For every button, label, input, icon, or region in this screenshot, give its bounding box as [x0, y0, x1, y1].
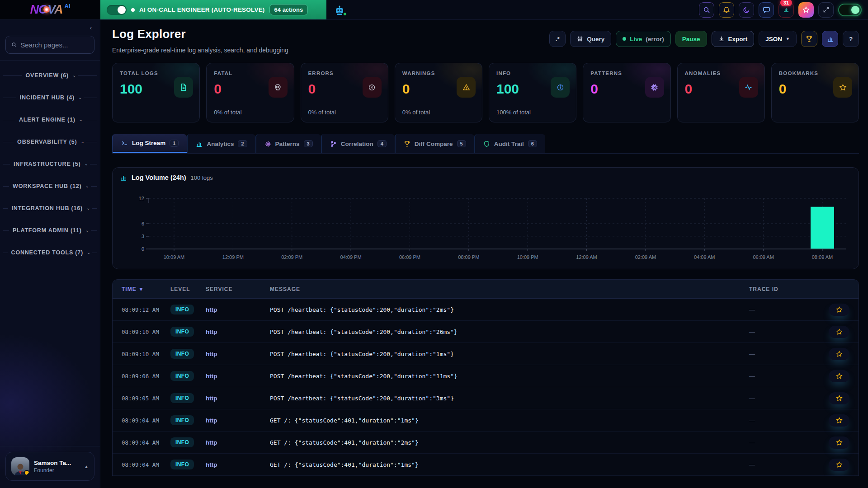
chart-log-count: 100 logs — [191, 174, 213, 181]
pause-button[interactable]: Pause — [675, 31, 707, 47]
logo: NOVA AI — [0, 0, 100, 19]
log-level-badge: INFO — [170, 305, 194, 314]
tab-log-stream[interactable]: Log Stream1 — [112, 134, 187, 153]
sidebar-search-input[interactable] — [20, 41, 89, 49]
expand-icon — [823, 6, 830, 13]
chevron-down-icon: ⌄ — [85, 183, 90, 188]
stat-card-info: INFO 100 100% of total — [489, 63, 576, 122]
assistant-robot-button[interactable] — [326, 0, 353, 19]
column-header-service[interactable]: SERVICE — [206, 286, 270, 292]
notifications-button[interactable] — [719, 2, 734, 18]
ai-oncall-banner: AI ON-CALL ENGINEER (AUTO-RESOLVE) 64 ac… — [100, 0, 326, 19]
regex-button[interactable]: .* — [549, 31, 566, 47]
log-time: 08:09:04 AM — [122, 461, 170, 468]
sidebar-item-workspace-hub[interactable]: WORKSPACE HUB (12) ⌄ — [0, 175, 100, 197]
cpu-icon — [645, 77, 664, 98]
table-row[interactable]: 08:09:04 AM INFO http GET /: {"statusCod… — [113, 409, 859, 432]
query-button[interactable]: Query — [570, 31, 611, 47]
bookmark-star-button[interactable] — [829, 370, 849, 382]
table-row[interactable]: 08:09:10 AM INFO http POST /heartbeat: {… — [113, 343, 859, 365]
git-branch-icon — [330, 141, 337, 147]
sidebar-item-connected-tools[interactable]: CONNECTED TOOLS (7) ⌄ — [0, 241, 100, 263]
log-message: POST /heartbeat: {"statusCode":200,"dura… — [270, 395, 749, 402]
log-table-body: 08:09:12 AM INFO http POST /heartbeat: {… — [113, 299, 859, 476]
sidebar-search[interactable] — [5, 36, 94, 54]
x-circle-icon — [363, 77, 382, 98]
table-row[interactable]: 08:09:06 AM INFO http POST /heartbeat: {… — [113, 365, 859, 387]
log-table: TIME ▼ LEVEL SERVICE MESSAGE TRACE ID 08… — [112, 279, 859, 476]
sidebar-item-observability[interactable]: OBSERVABILITY (5) ⌄ — [0, 131, 100, 153]
sidebar-nav: OVERVIEW (6) ⌄ INCIDENT HUB (4) ⌄ ALERT … — [0, 61, 100, 446]
export-button[interactable]: Export — [712, 31, 755, 47]
sidebar-collapse-chevron[interactable]: ‹ — [0, 20, 100, 32]
svg-text:10:09 AM: 10:09 AM — [164, 254, 184, 260]
format-select[interactable]: JSON ▼ — [759, 31, 797, 47]
expand-button[interactable] — [818, 2, 834, 18]
favorites-button[interactable] — [798, 2, 814, 18]
chevron-up-icon: ▲ — [84, 464, 89, 469]
tab-audit-trail[interactable]: Audit Trail6 — [474, 134, 545, 153]
log-trace-id: — — [749, 439, 818, 446]
star-icon — [836, 373, 843, 380]
bookmark-star-button[interactable] — [829, 304, 849, 316]
tab-badge: 3 — [304, 140, 313, 147]
chevron-down-icon: ⌄ — [78, 95, 84, 100]
trophy-button[interactable] — [801, 31, 817, 47]
chat-bubble-icon — [763, 6, 770, 14]
svg-text:12: 12 — [139, 196, 144, 201]
column-header-message[interactable]: MESSAGE — [270, 286, 749, 292]
moon-icon — [743, 6, 750, 14]
bookmark-star-button[interactable] — [829, 414, 849, 427]
stats-row: TOTAL LOGS 100 FATAL 0 0% of total — [112, 63, 859, 122]
log-message: POST /heartbeat: {"statusCode":200,"dura… — [270, 306, 749, 313]
log-level-badge: INFO — [170, 371, 194, 381]
bookmark-star-button[interactable] — [829, 392, 849, 404]
chevron-down-icon: ▼ — [786, 37, 790, 41]
sidebar-item-platform-admin[interactable]: PLATFORM ADMIN (11) ⌄ — [0, 219, 100, 241]
help-button[interactable]: ? — [843, 31, 859, 47]
bookmark-star-button[interactable] — [829, 436, 849, 449]
sidebar-item-alert-engine[interactable]: ALERT ENGINE (1) ⌄ — [0, 108, 100, 131]
table-row[interactable]: 08:09:04 AM INFO http GET /: {"statusCod… — [113, 454, 859, 476]
tab-analytics[interactable]: Analytics2 — [187, 134, 255, 153]
table-row[interactable]: 08:09:04 AM INFO http GET /: {"statusCod… — [113, 432, 859, 454]
chat-button[interactable] — [759, 2, 774, 18]
app-window: NOVA AI AI ON-CALL ENGINEER (AUTO-RESOLV… — [0, 0, 868, 488]
sidebar-item-infrastructure[interactable]: INFRASTRUCTURE (5) ⌄ — [0, 153, 100, 175]
search-button[interactable] — [699, 2, 714, 18]
column-header-level[interactable]: LEVEL — [170, 286, 206, 292]
log-level-badge: INFO — [170, 349, 194, 359]
tab-correlation[interactable]: Correlation4 — [321, 134, 395, 153]
power-toggle[interactable] — [838, 4, 862, 16]
table-row[interactable]: 08:09:12 AM INFO http POST /heartbeat: {… — [113, 299, 859, 321]
log-trace-id: — — [749, 395, 818, 402]
user-profile-card[interactable]: Samson Ta... Founder ▲ — [5, 452, 94, 481]
svg-text:6: 6 — [142, 221, 144, 226]
log-message: GET /: {"statusCode":401,"duration":"2ms… — [270, 439, 749, 446]
updates-button[interactable]: 31 — [778, 2, 794, 18]
sidebar: ‹ OVERVIEW (6) ⌄ INCIDENT HUB (4) ⌄ ALER… — [0, 20, 100, 488]
bookmark-star-button[interactable] — [829, 348, 849, 360]
stat-card-patterns: PATTERNS 0 — [583, 63, 670, 122]
live-status-button[interactable]: Live (error) — [616, 31, 671, 47]
log-service: http — [206, 373, 270, 380]
column-header-time[interactable]: TIME ▼ — [122, 286, 170, 292]
table-row[interactable]: 08:09:10 AM INFO http POST /heartbeat: {… — [113, 321, 859, 343]
tab-diff-compare[interactable]: Diff Compare5 — [395, 134, 474, 153]
column-header-trace-id[interactable]: TRACE ID — [749, 286, 818, 292]
dark-mode-button[interactable] — [739, 2, 754, 18]
bookmark-star-button[interactable] — [829, 326, 849, 338]
ai-oncall-toggle[interactable] — [107, 5, 127, 15]
log-trace-id: — — [749, 417, 818, 424]
sidebar-item-integration-hub[interactable]: INTEGRATION HUB (16) ⌄ — [0, 197, 100, 219]
stat-card-bookmarks: BOOKMARKS 0 — [771, 63, 859, 122]
chart-view-button[interactable] — [822, 31, 838, 47]
svg-text:02:09 PM: 02:09 PM — [281, 254, 302, 260]
star-icon — [836, 461, 843, 468]
bookmark-star-button[interactable] — [829, 459, 849, 471]
tab-patterns[interactable]: Patterns3 — [255, 134, 321, 153]
table-row[interactable]: 08:09:05 AM INFO http POST /heartbeat: {… — [113, 387, 859, 409]
sidebar-item-incident-hub[interactable]: INCIDENT HUB (4) ⌄ — [0, 86, 100, 108]
tab-badge: 2 — [238, 140, 247, 147]
sidebar-item-overview[interactable]: OVERVIEW (6) ⌄ — [0, 64, 100, 86]
